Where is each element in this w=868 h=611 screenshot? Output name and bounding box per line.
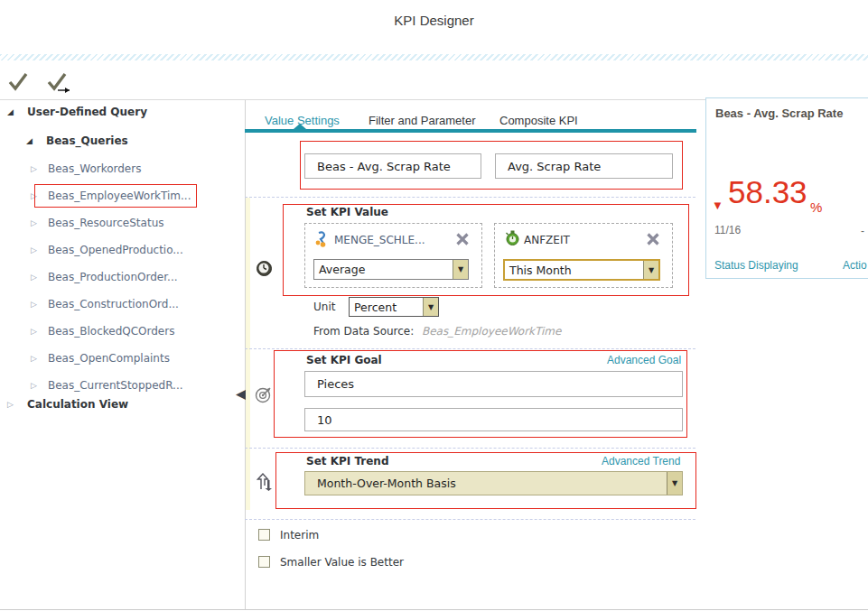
set-kpi-trend-title: Set KPI Trend: [306, 455, 389, 468]
kpi-name-value: Beas - Avg. Scrap Rate: [317, 160, 451, 173]
advanced-trend-link[interactable]: Advanced Trend: [602, 455, 680, 468]
tree-item-label: Calculation View: [27, 398, 128, 411]
measure-field-label: MENGE_SCHLE...: [334, 234, 425, 246]
trend-down-icon: ▼: [712, 199, 723, 212]
smaller-value-checkbox[interactable]: [258, 556, 270, 568]
collapse-arrow-icon[interactable]: ▷: [31, 381, 37, 390]
time-period-value: This Month: [505, 261, 643, 279]
page-title: KPI Designer: [0, 13, 868, 28]
check-forward-icon: [45, 82, 76, 97]
set-kpi-goal-title: Set KPI Goal: [306, 354, 382, 366]
interim-label: Interim: [280, 529, 319, 542]
remove-measure-icon[interactable]: [455, 232, 470, 250]
kpi-preview-unit: %: [810, 199, 822, 215]
dropdown-arrow-icon[interactable]: ▼: [667, 472, 682, 495]
tree-item-label: Beas_OpenComplaints: [48, 352, 170, 365]
section-separator: [245, 519, 695, 520]
tree-item-label: Beas_BlockedQCOrders: [48, 325, 174, 338]
time-field-label: ANFZEIT: [524, 234, 570, 246]
aggregation-value: Average: [314, 260, 453, 279]
check-icon: [6, 80, 30, 96]
trend-basis-value: Month-Over-Month Basis: [305, 472, 667, 495]
collapse-arrow-icon[interactable]: ▷: [7, 400, 14, 409]
tree-item-label: Beas_ResourceStatus: [48, 217, 164, 229]
dropdown-arrow-icon[interactable]: ▼: [643, 261, 658, 279]
time-period-select[interactable]: This Month ▼: [503, 259, 660, 281]
advanced-goal-link[interactable]: Advanced Goal: [607, 354, 681, 366]
status-displaying-link[interactable]: Status Displaying: [714, 259, 798, 272]
kpi-name-input[interactable]: Beas - Avg. Scrap Rate: [304, 153, 481, 179]
collapse-arrow-icon[interactable]: ▷: [31, 273, 37, 282]
tree-item-label: User-Defined Query: [27, 106, 147, 118]
unit-value: Percent: [350, 298, 423, 316]
collapse-arrow-icon[interactable]: ▷: [31, 245, 37, 255]
dropdown-arrow-icon[interactable]: ▼: [423, 298, 438, 316]
action-link[interactable]: Actio: [843, 259, 867, 272]
form-gutter-tint: [246, 198, 250, 510]
collapse-arrow-icon[interactable]: ▷: [31, 218, 37, 227]
trend-basis-select[interactable]: Month-Over-Month Basis ▼: [304, 471, 683, 495]
kpi-display-name-value: Avg. Scrap Rate: [508, 160, 601, 173]
header-stripe-divider: [0, 54, 868, 60]
remove-time-icon[interactable]: [646, 232, 660, 250]
measure-icon: [314, 231, 330, 251]
kpi-preview-value: 58.33: [728, 174, 807, 210]
tab-filter-and-parameter[interactable]: Filter and Parameter: [369, 114, 476, 127]
tree-item-label: Beas_ConstructionOrd...: [48, 298, 179, 310]
stopwatch-icon: [505, 230, 520, 250]
goal-value-input[interactable]: 10: [304, 408, 683, 431]
tree-item-label: Beas_Workorders: [48, 162, 141, 175]
smaller-value-label: Smaller Value is Better: [280, 556, 404, 569]
data-source-label: From Data Source:: [313, 325, 414, 338]
tree-item-label: Beas_CurrentStoppedR...: [48, 379, 183, 392]
aggregation-select[interactable]: Average ▼: [313, 259, 469, 280]
kpi-display-name-input[interactable]: Avg. Scrap Rate: [495, 153, 673, 179]
tree-item-label: Beas_ProductionOrder...: [48, 271, 178, 283]
trend-arrows-icon: [257, 473, 273, 495]
data-source-value: Beas_EmployeeWorkTime: [422, 325, 561, 338]
collapse-arrow-icon[interactable]: ▷: [31, 164, 37, 173]
tab-composite-kpi[interactable]: Composite KPI: [499, 114, 578, 127]
page-bottom-border: [0, 609, 868, 610]
tree-item-label: Beas_Queries: [46, 134, 128, 147]
tab-underline-bar: [245, 129, 696, 133]
confirm-and-next-button[interactable]: [45, 69, 76, 95]
expand-arrow-icon[interactable]: ◢: [7, 107, 14, 116]
collapse-arrow-icon[interactable]: ▷: [31, 354, 37, 363]
unit-label: Unit: [313, 301, 335, 313]
goal-unit-input[interactable]: Pieces: [304, 371, 683, 397]
kpi-value-clock-icon: [256, 260, 273, 281]
goal-unit-value: Pieces: [317, 377, 354, 391]
kpi-preview-period: 11/16: [714, 224, 741, 236]
collapse-arrow-icon[interactable]: ▷: [31, 300, 37, 309]
set-kpi-value-title: Set KPI Value: [306, 206, 388, 218]
kpi-designer-window: KPI Designer ◢ User-Defined Query ◢ Beas…: [0, 0, 868, 611]
confirm-button[interactable]: [6, 69, 30, 93]
collapse-arrow-icon[interactable]: ▷: [31, 327, 37, 336]
dropdown-arrow-icon[interactable]: ▼: [453, 260, 468, 279]
annotation-box-selected-query: [34, 184, 197, 208]
section-separator: [245, 197, 695, 198]
unit-select[interactable]: Percent ▼: [349, 297, 439, 317]
section-separator: [245, 348, 695, 349]
expand-arrow-icon[interactable]: ◢: [26, 136, 33, 145]
section-separator: [245, 448, 695, 449]
goal-value: 10: [317, 413, 332, 427]
goal-target-icon: [255, 384, 274, 407]
kpi-preview-title: Beas - Avg. Scrap Rate: [715, 106, 843, 120]
kpi-preview-placeholder: -: [861, 225, 864, 237]
tree-item-label: Beas_OpenedProductio...: [48, 244, 183, 256]
interim-checkbox[interactable]: [258, 529, 270, 541]
